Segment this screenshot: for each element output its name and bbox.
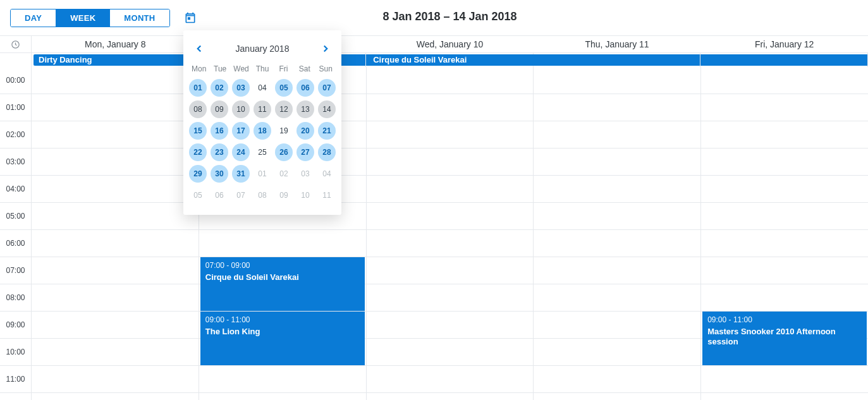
mini-calendar-day-cell[interactable]: 01 bbox=[187, 77, 209, 99]
mini-calendar-day-cell[interactable]: 29 bbox=[187, 163, 209, 185]
mini-calendar-day-cell[interactable]: 13 bbox=[295, 99, 316, 120]
mini-calendar-daynum[interactable]: 08 bbox=[189, 100, 207, 118]
mini-calendar-day-cell[interactable]: 21 bbox=[316, 120, 338, 142]
mini-calendar-daynum[interactable]: 26 bbox=[275, 143, 293, 161]
mini-calendar-day-cell[interactable]: 03 bbox=[230, 77, 252, 99]
mini-calendar-day-cell[interactable]: 23 bbox=[209, 142, 230, 163]
day-col-head[interactable]: Mon, January 8 bbox=[32, 36, 199, 52]
day-col-mon[interactable] bbox=[32, 67, 199, 400]
mini-calendar-daynum[interactable]: 09 bbox=[211, 100, 228, 118]
allday-cell-wed[interactable]: Cirque du Soleil Varekai bbox=[366, 53, 534, 67]
mini-calendar-day-cell[interactable]: 18 bbox=[252, 120, 273, 142]
mini-calendar-daynum[interactable]: 09 bbox=[275, 186, 293, 204]
mini-calendar-daynum[interactable]: 24 bbox=[232, 143, 250, 161]
mini-calendar-daynum[interactable]: 13 bbox=[296, 100, 314, 118]
mini-calendar-daynum[interactable]: 01 bbox=[189, 79, 207, 97]
mini-calendar-day-cell[interactable]: 01 bbox=[252, 163, 273, 185]
day-col-head[interactable]: Fri, January 12 bbox=[700, 36, 868, 52]
mini-calendar-daynum[interactable]: 02 bbox=[275, 165, 293, 183]
mini-calendar-daynum[interactable]: 31 bbox=[232, 165, 250, 183]
day-col-thu[interactable] bbox=[534, 67, 701, 400]
allday-cell-fri[interactable] bbox=[700, 53, 868, 67]
mini-calendar-day-cell[interactable]: 31 bbox=[230, 163, 252, 185]
mini-calendar-day-cell[interactable]: 06 bbox=[295, 77, 316, 99]
mini-calendar-daynum[interactable]: 04 bbox=[318, 165, 336, 183]
mini-calendar-daynum[interactable]: 16 bbox=[211, 122, 228, 140]
mini-calendar-daynum[interactable]: 22 bbox=[189, 143, 207, 161]
mini-calendar-day-cell[interactable]: 11 bbox=[316, 185, 338, 206]
mini-calendar-day-cell[interactable]: 22 bbox=[187, 142, 209, 163]
mini-calendar-day-cell[interactable]: 16 bbox=[209, 120, 230, 142]
mini-calendar-day-cell[interactable]: 05 bbox=[187, 185, 209, 206]
mini-calendar-daynum[interactable]: 25 bbox=[254, 143, 271, 161]
mini-calendar-daynum[interactable]: 07 bbox=[232, 186, 250, 204]
view-day-button[interactable]: DAY bbox=[11, 9, 56, 27]
mini-calendar-daynum[interactable]: 03 bbox=[296, 165, 314, 183]
mini-calendar-daynum[interactable]: 06 bbox=[211, 186, 228, 204]
mini-calendar-day-cell[interactable]: 15 bbox=[187, 120, 209, 142]
prev-month-button[interactable] bbox=[191, 40, 207, 57]
mini-calendar-daynum[interactable]: 20 bbox=[296, 122, 314, 140]
day-col-fri[interactable]: 09:00 - 11:00 Masters Snooker 2010 After… bbox=[701, 67, 868, 400]
mini-calendar-daynum[interactable]: 03 bbox=[232, 79, 250, 97]
mini-calendar-day-cell[interactable]: 05 bbox=[273, 77, 295, 99]
mini-calendar-day-cell[interactable]: 06 bbox=[209, 185, 230, 206]
mini-calendar-daynum[interactable]: 15 bbox=[189, 122, 207, 140]
mini-calendar-day-cell[interactable]: 07 bbox=[230, 185, 252, 206]
mini-calendar-daynum[interactable]: 19 bbox=[275, 122, 293, 140]
mini-calendar-day-cell[interactable]: 17 bbox=[230, 120, 252, 142]
mini-calendar-day-cell[interactable]: 04 bbox=[252, 77, 273, 99]
mini-calendar-daynum[interactable]: 06 bbox=[296, 79, 314, 97]
mini-calendar-day-cell[interactable]: 11 bbox=[252, 99, 273, 120]
mini-calendar-day-cell[interactable]: 09 bbox=[209, 99, 230, 120]
mini-calendar-day-cell[interactable]: 19 bbox=[273, 120, 295, 142]
mini-calendar-day-cell[interactable]: 24 bbox=[230, 142, 252, 163]
mini-calendar-daynum[interactable]: 28 bbox=[318, 143, 336, 161]
mini-calendar-day-cell[interactable]: 12 bbox=[273, 99, 295, 120]
next-month-button[interactable] bbox=[317, 40, 334, 57]
mini-calendar-day-cell[interactable]: 10 bbox=[295, 185, 316, 206]
mini-calendar-daynum[interactable]: 08 bbox=[254, 186, 271, 204]
event-block[interactable]: 07:00 - 09:00 Cirque du Soleil Varekai bbox=[200, 257, 365, 311]
mini-calendar-day-cell[interactable]: 02 bbox=[273, 163, 295, 185]
mini-calendar-daynum[interactable]: 29 bbox=[189, 165, 207, 183]
mini-calendar-daynum[interactable]: 01 bbox=[254, 165, 271, 183]
calendar-toggle-button[interactable] bbox=[184, 11, 197, 24]
mini-calendar-day-cell[interactable]: 02 bbox=[209, 77, 230, 99]
allday-cell-mon[interactable]: Dirty Dancing bbox=[32, 53, 199, 67]
mini-calendar-day-cell[interactable]: 28 bbox=[316, 142, 338, 163]
mini-calendar-daynum[interactable]: 14 bbox=[318, 100, 336, 118]
event-block[interactable]: 09:00 - 11:00 Masters Snooker 2010 After… bbox=[702, 312, 867, 365]
mini-calendar-daynum[interactable]: 23 bbox=[211, 143, 228, 161]
mini-calendar-day-cell[interactable]: 03 bbox=[295, 163, 316, 185]
mini-calendar-day-cell[interactable]: 08 bbox=[252, 185, 273, 206]
mini-calendar-day-cell[interactable]: 09 bbox=[273, 185, 295, 206]
mini-calendar-daynum[interactable]: 04 bbox=[254, 79, 271, 97]
mini-calendar-daynum[interactable]: 18 bbox=[254, 122, 271, 140]
mini-calendar-day-cell[interactable]: 26 bbox=[273, 142, 295, 163]
mini-calendar-daynum[interactable]: 10 bbox=[232, 100, 250, 118]
mini-calendar-daynum[interactable]: 10 bbox=[296, 186, 314, 204]
mini-calendar-daynum[interactable]: 02 bbox=[211, 79, 228, 97]
mini-calendar-day-cell[interactable]: 04 bbox=[316, 163, 338, 185]
mini-calendar-day-cell[interactable]: 07 bbox=[316, 77, 338, 99]
mini-calendar-day-cell[interactable]: 14 bbox=[316, 99, 338, 120]
view-month-button[interactable]: MONTH bbox=[109, 9, 169, 27]
mini-calendar-day-cell[interactable]: 20 bbox=[295, 120, 316, 142]
mini-calendar-daynum[interactable]: 05 bbox=[189, 186, 207, 204]
mini-calendar-daynum[interactable]: 07 bbox=[318, 79, 336, 97]
mini-calendar-daynum[interactable]: 17 bbox=[232, 122, 250, 140]
mini-calendar-daynum[interactable]: 11 bbox=[254, 100, 271, 118]
mini-calendar-daynum[interactable]: 21 bbox=[318, 122, 336, 140]
view-week-button[interactable]: WEEK bbox=[56, 9, 109, 27]
day-col-head[interactable]: Thu, January 11 bbox=[534, 36, 701, 52]
mini-calendar-daynum[interactable]: 11 bbox=[318, 186, 336, 204]
allday-cell-thu[interactable] bbox=[534, 53, 701, 67]
day-col-head[interactable]: Wed, January 10 bbox=[366, 36, 534, 52]
mini-calendar-daynum[interactable]: 05 bbox=[275, 79, 293, 97]
mini-calendar-day-cell[interactable]: 30 bbox=[209, 163, 230, 185]
mini-calendar-day-cell[interactable]: 10 bbox=[230, 99, 252, 120]
mini-calendar-daynum[interactable]: 27 bbox=[296, 143, 314, 161]
mini-calendar-day-cell[interactable]: 25 bbox=[252, 142, 273, 163]
mini-calendar-day-cell[interactable]: 27 bbox=[295, 142, 316, 163]
